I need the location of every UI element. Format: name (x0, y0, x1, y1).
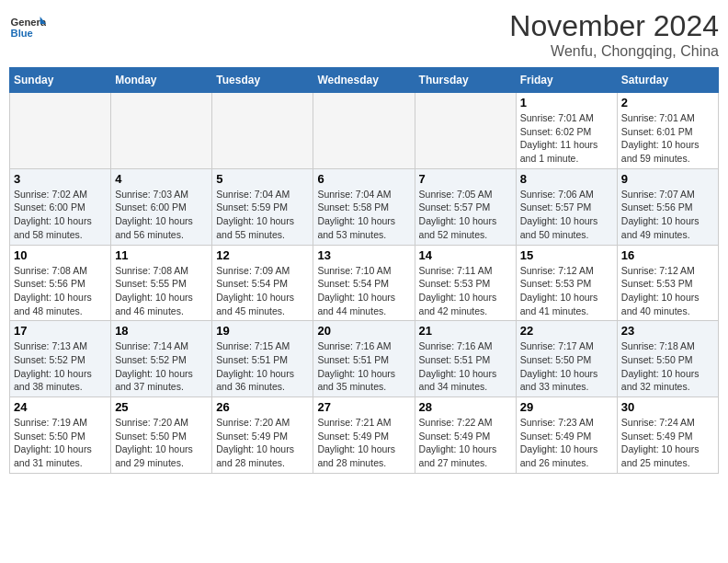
calendar-cell: 8Sunrise: 7:06 AMSunset: 5:57 PMDaylight… (516, 168, 617, 245)
day-info-line: Daylight: 10 hours and 28 minutes. (317, 443, 395, 468)
day-number: 5 (216, 172, 309, 186)
day-info-line: Sunrise: 7:06 AM (520, 189, 594, 200)
day-number: 18 (115, 324, 208, 338)
day-info: Sunrise: 7:20 AMSunset: 5:49 PMDaylight:… (216, 416, 309, 470)
day-info-line: Sunrise: 7:13 AM (14, 340, 87, 351)
day-info-line: Sunset: 5:51 PM (317, 354, 389, 365)
day-info-line: Sunrise: 7:21 AM (317, 417, 391, 428)
day-number: 9 (621, 172, 714, 186)
weekday-header-thursday: Thursday (415, 68, 516, 93)
day-info: Sunrise: 7:01 AMSunset: 6:02 PMDaylight:… (520, 111, 613, 166)
day-info-line: Sunset: 6:00 PM (115, 201, 187, 213)
day-number: 7 (419, 172, 512, 186)
day-info-line: Daylight: 10 hours and 29 minutes. (115, 443, 193, 468)
day-info-line: Sunrise: 7:10 AM (317, 265, 391, 276)
day-info-line: Sunrise: 7:24 AM (621, 417, 695, 428)
calendar-cell: 12Sunrise: 7:09 AMSunset: 5:54 PMDayligh… (212, 245, 313, 321)
day-info: Sunrise: 7:07 AMSunset: 5:56 PMDaylight:… (621, 188, 714, 242)
day-info: Sunrise: 7:09 AMSunset: 5:54 PMDaylight:… (216, 264, 309, 318)
day-number: 17 (14, 324, 107, 338)
day-info-line: Daylight: 10 hours and 25 minutes. (621, 443, 700, 468)
logo-icon: General Blue (9, 9, 46, 46)
day-number: 6 (317, 172, 410, 186)
title-section: November 2024 Wenfu, Chongqing, China (509, 9, 719, 60)
day-info-line: Sunrise: 7:20 AM (115, 417, 188, 428)
weekday-header-sunday: Sunday (10, 68, 111, 93)
day-info-line: Daylight: 10 hours and 40 minutes. (621, 292, 700, 316)
calendar-cell (313, 93, 415, 169)
calendar-cell: 28Sunrise: 7:22 AMSunset: 5:49 PMDayligh… (415, 397, 516, 474)
calendar-week-4: 17Sunrise: 7:13 AMSunset: 5:52 PMDayligh… (10, 321, 719, 397)
day-info-line: Sunrise: 7:08 AM (115, 265, 188, 276)
day-number: 26 (216, 400, 309, 414)
calendar-cell: 6Sunrise: 7:04 AMSunset: 5:58 PMDaylight… (313, 168, 415, 245)
calendar-week-1: 1Sunrise: 7:01 AMSunset: 6:02 PMDaylight… (10, 93, 719, 169)
day-info-line: Sunrise: 7:16 AM (317, 340, 391, 351)
day-info-line: Sunrise: 7:05 AM (419, 189, 493, 200)
calendar-cell (111, 93, 212, 169)
calendar-cell: 9Sunrise: 7:07 AMSunset: 5:56 PMDaylight… (617, 168, 718, 245)
day-info-line: Daylight: 10 hours and 27 minutes. (419, 443, 497, 468)
day-info: Sunrise: 7:16 AMSunset: 5:51 PMDaylight:… (317, 339, 410, 394)
day-info-line: Sunrise: 7:02 AM (14, 189, 87, 200)
day-number: 15 (520, 248, 613, 262)
day-info-line: Sunset: 5:49 PM (520, 431, 592, 442)
day-info-line: Daylight: 10 hours and 49 minutes. (621, 215, 700, 240)
weekday-header-friday: Friday (516, 68, 617, 93)
day-info-line: Sunset: 5:50 PM (520, 354, 592, 365)
day-info-line: Sunset: 5:50 PM (115, 431, 187, 442)
day-number: 19 (216, 324, 309, 338)
day-number: 28 (419, 400, 512, 414)
day-number: 20 (317, 324, 410, 338)
day-number: 29 (520, 400, 613, 414)
day-info-line: Sunrise: 7:16 AM (419, 340, 493, 351)
day-info: Sunrise: 7:21 AMSunset: 5:49 PMDaylight:… (317, 416, 410, 470)
day-number: 4 (115, 172, 208, 186)
day-info-line: Sunrise: 7:18 AM (621, 340, 695, 351)
calendar-cell: 4Sunrise: 7:03 AMSunset: 6:00 PMDaylight… (111, 168, 212, 245)
day-info-line: Sunrise: 7:03 AM (115, 189, 188, 200)
day-info-line: Daylight: 10 hours and 56 minutes. (115, 215, 193, 240)
day-number: 8 (520, 172, 613, 186)
day-number: 27 (317, 400, 410, 414)
day-info-line: Daylight: 10 hours and 44 minutes. (317, 292, 395, 316)
calendar-week-2: 3Sunrise: 7:02 AMSunset: 6:00 PMDaylight… (10, 168, 719, 245)
day-info-line: Sunset: 6:02 PM (520, 126, 592, 137)
day-info: Sunrise: 7:12 AMSunset: 5:53 PMDaylight:… (520, 264, 613, 318)
day-info-line: Daylight: 10 hours and 31 minutes. (14, 443, 92, 468)
day-info-line: Daylight: 10 hours and 36 minutes. (216, 368, 294, 393)
day-number: 14 (419, 248, 512, 262)
day-info-line: Daylight: 10 hours and 32 minutes. (621, 368, 700, 393)
day-number: 22 (520, 324, 613, 338)
day-info-line: Sunrise: 7:19 AM (14, 417, 87, 428)
calendar-cell (212, 93, 313, 169)
day-info-line: Sunset: 5:56 PM (621, 201, 693, 213)
calendar-cell (10, 93, 111, 169)
calendar-cell: 2Sunrise: 7:01 AMSunset: 6:01 PMDaylight… (617, 93, 718, 169)
calendar-table: SundayMondayTuesdayWednesdayThursdayFrid… (9, 67, 719, 474)
day-info: Sunrise: 7:04 AMSunset: 5:59 PMDaylight:… (216, 188, 309, 242)
day-info-line: Daylight: 10 hours and 34 minutes. (419, 368, 497, 393)
day-info: Sunrise: 7:18 AMSunset: 5:50 PMDaylight:… (621, 339, 714, 394)
calendar-cell: 3Sunrise: 7:02 AMSunset: 6:00 PMDaylight… (10, 168, 111, 245)
day-info: Sunrise: 7:04 AMSunset: 5:58 PMDaylight:… (317, 188, 410, 242)
day-number: 23 (621, 324, 714, 338)
day-info: Sunrise: 7:23 AMSunset: 5:49 PMDaylight:… (520, 416, 613, 470)
day-info-line: Sunset: 5:49 PM (216, 431, 288, 442)
calendar-cell: 10Sunrise: 7:08 AMSunset: 5:56 PMDayligh… (10, 245, 111, 321)
calendar-cell: 11Sunrise: 7:08 AMSunset: 5:55 PMDayligh… (111, 245, 212, 321)
day-info-line: Daylight: 10 hours and 59 minutes. (621, 139, 700, 164)
day-info-line: Sunrise: 7:09 AM (216, 265, 290, 276)
day-info-line: Sunset: 5:53 PM (520, 278, 592, 289)
day-info: Sunrise: 7:05 AMSunset: 5:57 PMDaylight:… (419, 188, 512, 242)
day-info-line: Sunset: 5:58 PM (317, 201, 389, 213)
day-info-line: Sunset: 5:50 PM (14, 431, 85, 442)
day-info-line: Sunrise: 7:12 AM (520, 265, 594, 276)
calendar-cell: 25Sunrise: 7:20 AMSunset: 5:50 PMDayligh… (111, 397, 212, 474)
day-number: 16 (621, 248, 714, 262)
day-info-line: Sunset: 5:50 PM (621, 354, 693, 365)
day-info-line: Sunrise: 7:15 AM (216, 340, 290, 351)
day-info-line: Daylight: 10 hours and 48 minutes. (14, 292, 92, 316)
day-info-line: Sunset: 6:00 PM (14, 201, 85, 213)
calendar-cell: 7Sunrise: 7:05 AMSunset: 5:57 PMDaylight… (415, 168, 516, 245)
